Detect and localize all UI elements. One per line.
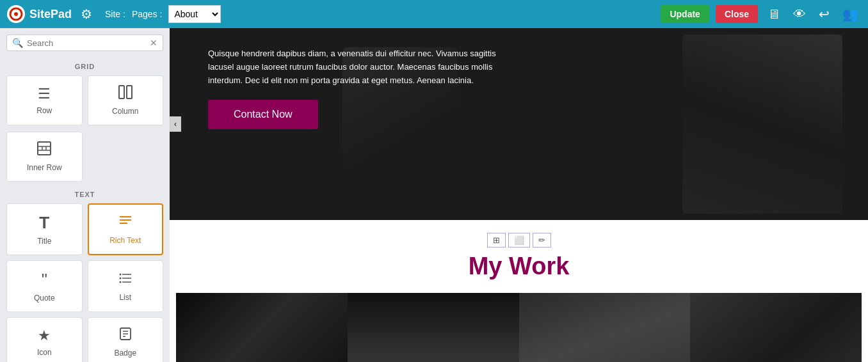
grid-section: ☰ Row Column: [6, 75, 163, 125]
hero-content: Quisque hendrerit dapibus diam, a venena…: [170, 28, 868, 148]
rich-text-icon: [118, 214, 133, 232]
users-icon[interactable]: 👥: [839, 5, 862, 23]
desktop-icon[interactable]: 🖥: [764, 6, 784, 23]
quote-label: Quote: [34, 294, 55, 303]
search-bar: 🔍 ✕: [6, 35, 163, 51]
row-label: Row: [36, 106, 52, 115]
site-label: Site :: [105, 9, 125, 19]
icon-label: Icon: [37, 348, 52, 357]
mywork-thumb-1: [176, 293, 348, 362]
rich-text-label: Rich Text: [109, 236, 141, 245]
sidebar-item-rich-text[interactable]: Rich Text: [88, 203, 164, 255]
main-layout: 🔍 ✕ GRID ☰ Row Column: [0, 28, 868, 362]
update-button[interactable]: Update: [661, 5, 709, 23]
svg-point-13: [119, 273, 121, 275]
title-label: Title: [37, 237, 51, 246]
mywork-section: ⊞ ⬜ ✏ My Work: [170, 220, 868, 362]
sidebar-item-quote[interactable]: " Quote: [6, 260, 83, 312]
mywork-columns-btn[interactable]: ⬜: [508, 233, 530, 248]
canvas: ‹ Quisque hendrerit dapibus diam, a vene…: [170, 28, 868, 362]
mywork-edit-btn[interactable]: ✏: [533, 233, 551, 248]
mywork-toolbar: ⊞ ⬜ ✏: [170, 233, 868, 248]
sidebar-item-title[interactable]: T Title: [6, 203, 83, 255]
hero-section: ‹ Quisque hendrerit dapibus diam, a vene…: [170, 28, 868, 220]
contact-now-button[interactable]: Contact Now: [208, 100, 318, 129]
svg-point-2: [14, 12, 18, 16]
svg-rect-3: [119, 86, 124, 98]
close-button[interactable]: Close: [716, 5, 758, 23]
list-icon: [118, 271, 133, 289]
quote-icon: ": [42, 270, 47, 290]
grid-section-label: GRID: [6, 63, 163, 70]
search-input[interactable]: [27, 38, 150, 48]
hero-body-text: Quisque hendrerit dapibus diam, a venena…: [208, 47, 502, 87]
inner-row-label: Inner Row: [27, 163, 62, 172]
logo: SitePad: [6, 4, 72, 24]
topbar: SitePad ⚙ Site : Pages : About Home Cont…: [0, 0, 868, 28]
sidebar: 🔍 ✕ GRID ☰ Row Column: [0, 28, 170, 362]
svg-rect-5: [38, 142, 51, 155]
svg-point-15: [119, 277, 121, 279]
sidebar-item-row[interactable]: ☰ Row: [6, 75, 83, 125]
column-label: Column: [112, 107, 138, 116]
star-icon: ★: [38, 327, 51, 344]
grid-section-2: Inner Row: [6, 132, 163, 182]
clear-search-icon[interactable]: ✕: [150, 38, 157, 48]
column-icon: [118, 85, 133, 103]
mywork-grid-btn[interactable]: ⊞: [487, 233, 506, 248]
sidebar-item-column[interactable]: Column: [88, 75, 164, 125]
mywork-thumb-4: [690, 293, 862, 362]
badge-label: Badge: [114, 349, 136, 358]
collapse-arrow[interactable]: ‹: [170, 116, 181, 132]
list-label: List: [119, 293, 131, 302]
svg-point-17: [119, 281, 121, 283]
pages-dropdown[interactable]: About Home Contact Portfolio: [168, 5, 221, 23]
mywork-thumb-3: [519, 293, 691, 362]
text-section: T Title Rich Text " Quote: [6, 203, 163, 362]
mywork-thumbnails: [170, 293, 868, 362]
title-icon: T: [39, 213, 49, 233]
mywork-thumb-2: [348, 293, 519, 362]
sidebar-item-inner-row[interactable]: Inner Row: [6, 132, 83, 182]
row-icon: ☰: [38, 86, 51, 102]
eye-icon[interactable]: 👁: [790, 6, 809, 23]
mywork-title: My Work: [170, 253, 868, 280]
sidebar-item-icon-widget[interactable]: ★ Icon: [6, 317, 83, 362]
gear-icon[interactable]: ⚙: [81, 6, 92, 22]
inner-row-icon: [37, 141, 51, 159]
text-section-label: TEXT: [6, 191, 163, 198]
history-icon[interactable]: ↩: [816, 5, 833, 23]
sidebar-item-badge[interactable]: Badge: [88, 317, 164, 362]
badge-icon: [118, 327, 133, 345]
search-icon: 🔍: [12, 38, 23, 48]
pages-label: Pages :: [132, 9, 162, 19]
sitepad-logo-icon: [6, 4, 26, 24]
svg-rect-4: [127, 86, 132, 98]
logo-text: SitePad: [29, 8, 72, 21]
sidebar-item-list[interactable]: List: [88, 260, 164, 312]
